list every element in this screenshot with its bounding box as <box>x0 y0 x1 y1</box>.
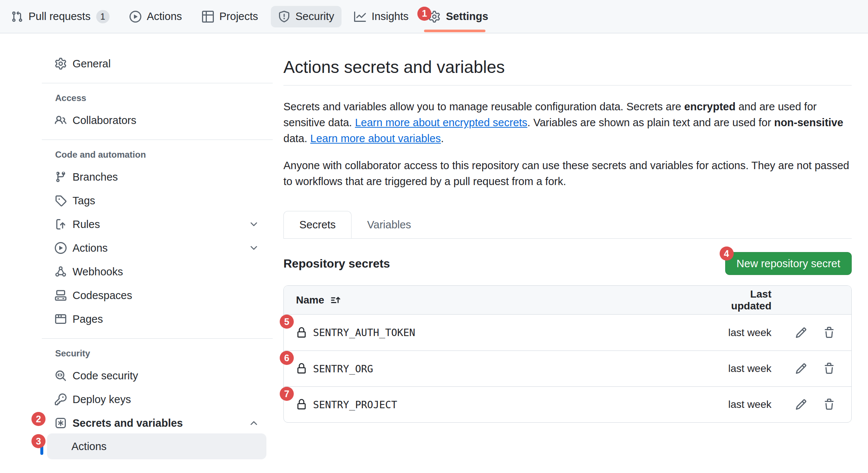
play-icon <box>55 242 67 254</box>
tag-icon <box>55 195 67 207</box>
repository-secrets-heading: Repository secrets <box>283 257 390 271</box>
sidebar-item-secrets-and-variables[interactable]: 2 Secrets and variables <box>42 411 273 435</box>
repo-tab-bar: Pull requests 1 Actions Projects Securit… <box>0 0 868 33</box>
name-column-header: Name <box>296 294 324 306</box>
sidebar-item-code-security[interactable]: Code security <box>42 364 273 388</box>
delete-trash-icon[interactable] <box>823 363 835 375</box>
sidebar-section-security: Security <box>42 348 273 359</box>
sidebar-item-actions[interactable]: Actions <box>42 236 273 260</box>
key-icon <box>55 393 67 405</box>
annotation-badge-3: 3 <box>31 434 46 448</box>
graph-icon <box>354 11 366 23</box>
webhook-icon <box>55 266 67 278</box>
chevron-up-icon[interactable] <box>249 418 259 428</box>
delete-trash-icon[interactable] <box>823 327 835 339</box>
secret-name: SENTRY_PROJECT <box>313 399 397 410</box>
link-encrypted-secrets[interactable]: Learn more about encrypted secrets <box>355 117 527 128</box>
sidebar-item-label: Deploy keys <box>73 393 131 406</box>
sidebar-item-pages[interactable]: Pages <box>42 307 273 331</box>
tab-secrets[interactable]: Secrets <box>283 211 351 238</box>
sidebar-section-access: Access <box>42 93 273 103</box>
sidebar-item-label: Codespaces <box>73 289 132 302</box>
sidebar-divider <box>42 83 273 83</box>
sidebar-item-branches[interactable]: Branches <box>42 165 273 189</box>
annotation-badge-5: 5 <box>280 315 294 329</box>
new-repository-secret-button[interactable]: 4 New repository secret <box>725 252 852 275</box>
secret-name: SENTRY_AUTH_TOKEN <box>313 327 415 338</box>
tab-projects[interactable]: Projects <box>195 6 266 27</box>
sidebar-section-code-and-automation: Code and automation <box>42 150 273 160</box>
tab-variables[interactable]: Variables <box>351 211 427 238</box>
secret-last-updated: last week <box>712 363 771 375</box>
tab-pull-requests-label: Pull requests <box>28 10 91 23</box>
tab-settings-label: Settings <box>446 10 488 23</box>
access-note-paragraph: Anyone with collaborator access to this … <box>283 158 852 189</box>
sidebar-divider <box>42 140 273 140</box>
sidebar-item-label: Collaborators <box>73 114 136 127</box>
table-header-row: Name Last updated <box>284 286 851 315</box>
settings-sidebar: General Access Collaborators Code and au… <box>42 33 273 459</box>
intro-text: Secrets and variables allow you to manag… <box>283 101 684 113</box>
sidebar-item-label: Pages <box>73 313 103 325</box>
last-updated-column-header: Last updated <box>712 288 771 312</box>
sidebar-item-label: Actions <box>73 242 108 254</box>
secrets-variables-tabbar: Secrets Variables <box>283 211 852 239</box>
tab-insights[interactable]: Insights <box>347 6 416 27</box>
sidebar-item-label: Branches <box>73 171 118 183</box>
annotation-badge-7: 7 <box>280 387 294 401</box>
tab-security[interactable]: Security <box>271 6 342 27</box>
annotation-badge-2: 2 <box>31 412 46 426</box>
repository-secrets-table: Name Last updated 5 SENTRY_AUTH_TOKEN la… <box>283 285 852 423</box>
table-row: 6 SENTRY_ORG last week <box>284 350 851 386</box>
tab-actions[interactable]: Actions <box>122 6 189 27</box>
sidebar-item-webhooks[interactable]: Webhooks <box>42 260 273 284</box>
chevron-down-icon[interactable] <box>249 219 259 229</box>
sidebar-subitem-actions[interactable]: 3 Actions <box>47 433 266 459</box>
codespaces-icon <box>55 289 67 301</box>
edit-pencil-icon[interactable] <box>795 363 807 375</box>
lock-icon <box>296 327 307 338</box>
sidebar-item-rules[interactable]: Rules <box>42 212 273 236</box>
annotation-badge-6: 6 <box>280 351 294 365</box>
link-variables[interactable]: Learn more about variables <box>310 132 441 144</box>
sidebar-item-deploy-keys[interactable]: Deploy keys <box>42 388 273 411</box>
tab-insights-label: Insights <box>371 10 408 23</box>
sidebar-item-label: Rules <box>73 218 100 231</box>
sidebar-item-tags[interactable]: Tags <box>42 189 273 212</box>
table-row: 5 SENTRY_AUTH_TOKEN last week <box>284 315 851 350</box>
intro-text: . Variables are shown as plain text and … <box>527 117 774 128</box>
gear-icon <box>55 58 67 70</box>
main-content: Actions secrets and variables Secrets an… <box>283 33 852 423</box>
tab-pull-requests[interactable]: Pull requests 1 <box>4 6 117 27</box>
sidebar-item-label: Tags <box>73 195 95 207</box>
chevron-down-icon[interactable] <box>249 243 259 253</box>
lock-icon <box>296 363 307 374</box>
intro-bold-encrypted: encrypted <box>684 101 736 113</box>
title-divider <box>283 85 852 85</box>
code-security-icon <box>55 370 67 382</box>
sidebar-item-codespaces[interactable]: Codespaces <box>42 284 273 307</box>
edit-pencil-icon[interactable] <box>795 327 807 339</box>
lock-icon <box>296 399 307 410</box>
page-title: Actions secrets and variables <box>283 57 852 77</box>
delete-trash-icon[interactable] <box>823 399 835 410</box>
sidebar-subitem-label: Actions <box>71 440 107 453</box>
sidebar-item-collaborators[interactable]: Collaborators <box>42 108 273 132</box>
edit-pencil-icon[interactable] <box>795 399 807 410</box>
sort-ascending-icon[interactable] <box>330 295 341 306</box>
tab-actions-label: Actions <box>147 10 182 23</box>
rules-icon <box>55 218 67 230</box>
intro-paragraph: Secrets and variables allow you to manag… <box>283 99 852 147</box>
tab-security-label: Security <box>296 10 334 23</box>
secret-last-updated: last week <box>712 327 771 339</box>
pull-requests-counter: 1 <box>96 10 110 23</box>
tab-settings[interactable]: 1 Settings <box>421 6 495 27</box>
secret-last-updated: last week <box>712 399 771 410</box>
sidebar-item-general[interactable]: General <box>42 52 273 76</box>
project-icon <box>202 11 214 23</box>
intro-text: data. <box>283 132 310 144</box>
secrets-icon <box>55 417 67 429</box>
intro-bold-non-sensitive: non-sensitive <box>774 117 843 128</box>
sidebar-divider <box>42 338 273 339</box>
people-icon <box>55 114 67 126</box>
